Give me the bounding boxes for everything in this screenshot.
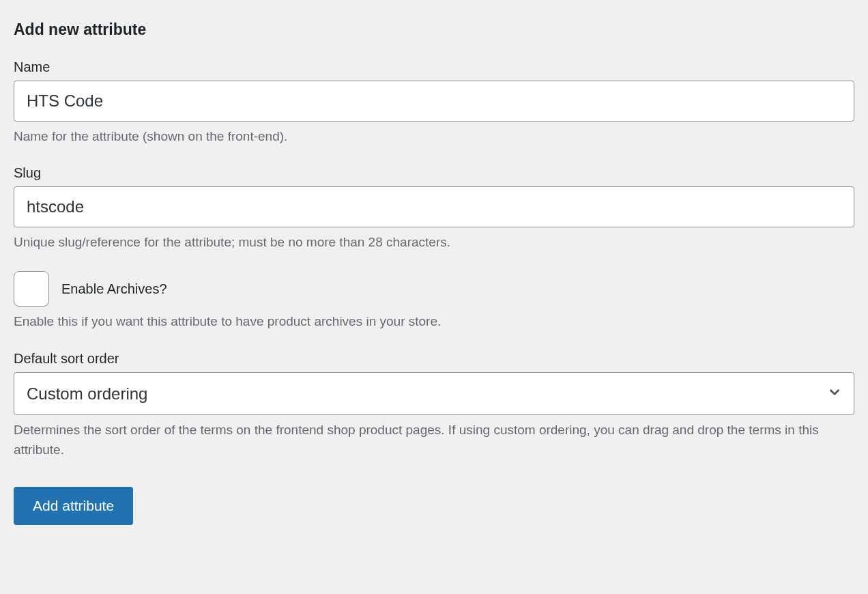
name-input[interactable] bbox=[14, 81, 854, 122]
slug-input[interactable] bbox=[14, 186, 854, 227]
sort-order-select[interactable]: Custom ordering bbox=[14, 372, 854, 416]
name-description: Name for the attribute (shown on the fro… bbox=[14, 127, 854, 147]
sort-order-field-group: Default sort order Custom ordering Deter… bbox=[14, 351, 854, 460]
form-title: Add new attribute bbox=[14, 20, 854, 39]
archives-checkbox-row: Enable Archives? bbox=[14, 271, 854, 307]
add-attribute-form: Add new attribute Name Name for the attr… bbox=[14, 20, 854, 525]
name-label: Name bbox=[14, 59, 854, 75]
add-attribute-button[interactable]: Add attribute bbox=[14, 487, 133, 525]
slug-field-group: Slug Unique slug/reference for the attri… bbox=[14, 165, 854, 252]
sort-order-description: Determines the sort order of the terms o… bbox=[14, 421, 854, 459]
sort-order-label: Default sort order bbox=[14, 351, 854, 367]
slug-label: Slug bbox=[14, 165, 854, 181]
name-field-group: Name Name for the attribute (shown on th… bbox=[14, 59, 854, 146]
archives-label: Enable Archives? bbox=[61, 281, 167, 297]
archives-field-group: Enable Archives? Enable this if you want… bbox=[14, 271, 854, 332]
archives-description: Enable this if you want this attribute t… bbox=[14, 312, 854, 332]
slug-description: Unique slug/reference for the attribute;… bbox=[14, 233, 854, 253]
sort-order-select-wrapper: Custom ordering bbox=[14, 372, 854, 416]
enable-archives-checkbox[interactable] bbox=[14, 271, 49, 307]
